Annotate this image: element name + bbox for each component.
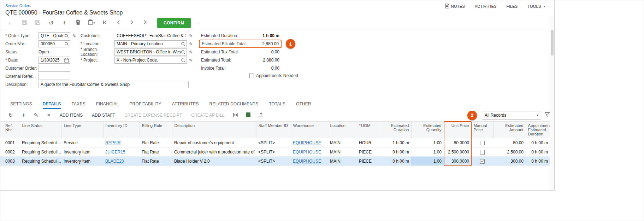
location-field[interactable]: MAIN - Primary Location [114, 40, 187, 47]
back-button[interactable]: ← [5, 18, 17, 28]
save-close-button[interactable] [18, 18, 31, 28]
cell-estimated-amount[interactable]: 300.00 [493, 157, 526, 166]
cell-estimated-duration[interactable]: 0 h 00 m [379, 147, 411, 157]
filter-settings-button[interactable] [545, 112, 550, 118]
notes-button[interactable]: NOTES [445, 4, 465, 9]
add-staff-button[interactable]: ADD STAFF [88, 110, 119, 120]
upload-button[interactable] [255, 110, 267, 120]
cell-ref-nbr[interactable]: 0002 [0, 147, 20, 157]
customer-order-field[interactable] [39, 65, 70, 72]
edit-icon[interactable]: ✎ [189, 33, 193, 39]
cell-line-type[interactable]: Service [61, 138, 103, 147]
manual-price-checkbox[interactable] [480, 141, 485, 145]
date-field[interactable]: 1/30/2025 [39, 57, 70, 64]
add-row-button[interactable]: + [17, 110, 29, 120]
col-staff-member-id[interactable]: Staff Member ID [256, 122, 291, 138]
tab-financial[interactable]: FINANCIAL [96, 101, 119, 109]
col-inventory-id[interactable]: Inventory ID [103, 122, 140, 138]
lookup-icon[interactable] [64, 34, 69, 38]
external-ref-field[interactable] [39, 73, 70, 80]
col-warehouse[interactable]: Warehouse [291, 122, 328, 138]
breadcrumb[interactable]: Service Orders [5, 4, 31, 8]
cell-estimated-amount[interactable]: 80.00 [493, 138, 526, 147]
cell-unit-price[interactable]: 80.0000 [444, 138, 471, 147]
tools-button[interactable]: TOOLS ▾ [527, 4, 545, 8]
col-estimated-duration[interactable]: Estimated Duration [379, 122, 411, 138]
edit-row-button[interactable]: ✎ [30, 110, 42, 120]
col-estimated-amount[interactable]: Estimated Amount [493, 122, 526, 138]
more-actions-button[interactable]: ··· [191, 18, 204, 28]
customer-field[interactable]: COFFEESHOP - FourStar Coffee & Swee [114, 32, 187, 39]
lookup-icon[interactable] [181, 50, 185, 54]
go-prev-button[interactable] [112, 18, 125, 28]
files-button[interactable]: FILES [507, 4, 518, 8]
warehouse-link[interactable]: EQUIPHOUSE [293, 140, 321, 145]
lookup-icon[interactable] [64, 42, 69, 46]
go-next-button[interactable] [125, 18, 138, 28]
cell-staff-member-id[interactable]: <SPLIT> [256, 157, 291, 166]
col-estimated-quantity[interactable]: Estimated Quantity [411, 122, 444, 138]
cell-ref-nbr[interactable]: 0003 [0, 157, 20, 166]
col-description[interactable]: Description [172, 122, 256, 138]
cell-location[interactable]: MAIN [328, 147, 357, 157]
cell-description[interactable]: Blade Holder V 2.0 [172, 157, 256, 166]
fit-width-button[interactable] [230, 110, 242, 120]
edit-icon[interactable]: ✎ [189, 58, 193, 63]
cell-estimated-quantity-active[interactable]: 1.00 [411, 157, 444, 166]
add-items-button[interactable]: ADD ITEMS [55, 110, 87, 120]
table-row[interactable]: 0001 Requiring Scheduli... Service REPAI… [0, 138, 550, 147]
go-last-button[interactable] [139, 18, 152, 28]
inventory-id-link[interactable]: JUICER15 [105, 150, 125, 155]
col-line-status[interactable]: Line Status [20, 122, 61, 138]
cell-line-status[interactable]: Requiring Scheduli... [20, 157, 61, 166]
manual-price-checkbox[interactable] [480, 159, 485, 164]
inventory-id-link[interactable]: REPAIR [105, 140, 121, 145]
cell-uom[interactable]: PIECE [357, 157, 379, 166]
edit-icon[interactable]: ✎ [189, 50, 193, 55]
col-uom[interactable]: *UOM [357, 122, 379, 138]
branch-location-field[interactable]: WEST BRIGHTON - Office in West Bri [114, 48, 187, 56]
cell-uom[interactable]: HOUR [357, 138, 379, 147]
save-button[interactable] [31, 18, 44, 28]
cell-estimated-duration[interactable]: 1 h 00 m [379, 138, 411, 147]
cell-billing-rule[interactable]: Flat Rate [140, 147, 172, 157]
col-location[interactable]: Location [328, 122, 357, 138]
warehouse-link[interactable]: EQUIPHOUSE [293, 159, 321, 164]
cell-appointment-estimated-duration[interactable]: 0 h 00 m [526, 157, 550, 166]
cell-line-status[interactable]: Requiring Scheduli... [20, 147, 61, 157]
go-first-button[interactable] [99, 18, 111, 28]
cell-location[interactable]: MAIN [328, 138, 357, 147]
cell-unit-price[interactable]: 2,500.0000 [444, 147, 471, 157]
description-field[interactable]: A quote for the FourStar Coffee & Sweets… [39, 81, 189, 88]
insert-button[interactable]: + [58, 18, 71, 28]
cell-staff-member-id[interactable]: <SPLIT> [256, 138, 291, 147]
copy-paste-button[interactable]: ▾ [85, 18, 98, 28]
tab-settings[interactable]: SETTINGS [10, 101, 32, 109]
cell-line-type[interactable]: Inventory Item [61, 157, 103, 166]
tab-totals[interactable]: TOTALS [269, 101, 285, 109]
manual-price-checkbox[interactable] [480, 150, 485, 155]
appointments-needed-checkbox[interactable] [249, 74, 254, 78]
lookup-icon[interactable] [181, 58, 185, 63]
vertical-scrollbar[interactable] [550, 17, 554, 190]
cell-line-type[interactable]: Inventory Item [61, 147, 103, 157]
cancel-button[interactable]: ↺ [45, 18, 58, 28]
col-unit-price[interactable]: Unit Price [444, 122, 471, 138]
cell-billing-rule[interactable]: Flat Rate [140, 157, 172, 166]
tab-other[interactable]: OTHER [296, 101, 311, 109]
cell-ref-nbr[interactable]: 0001 [0, 138, 20, 147]
delete-button[interactable] [72, 18, 84, 28]
cell-uom[interactable]: PIECE [357, 147, 379, 157]
inventory-id-link[interactable]: BLADE20 [105, 159, 124, 164]
lookup-icon[interactable] [181, 42, 185, 46]
col-line-type[interactable]: Line Type [61, 122, 103, 138]
delete-row-button[interactable]: × [43, 110, 55, 120]
order-type-field[interactable]: QTE - Quote [39, 32, 70, 39]
cell-estimated-amount[interactable]: 2,500.00 [493, 147, 526, 157]
filter-dropdown[interactable]: All Records ▾ [482, 111, 541, 120]
col-appointment-estimated-duration[interactable]: Appointment Estimated Duration [526, 122, 550, 138]
export-excel-button[interactable]: X [242, 110, 254, 120]
cell-estimated-quantity[interactable]: 1.00 [411, 147, 444, 157]
refresh-button[interactable]: ↻ [5, 110, 17, 120]
tab-related-documents[interactable]: RELATED DOCUMENTS [209, 101, 259, 109]
